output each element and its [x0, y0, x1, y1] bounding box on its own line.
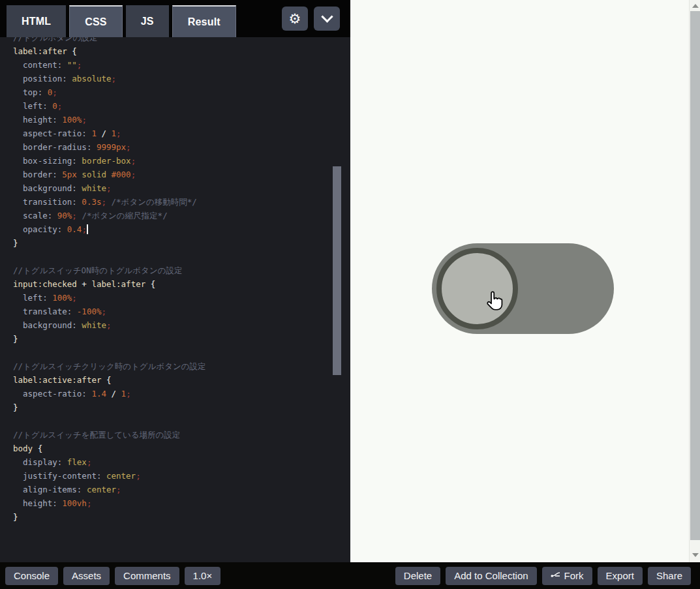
code-line: transition: 0.3s; /*ボタンの移動時間*/	[13, 195, 206, 209]
code-line: input:checked + label:after {	[13, 277, 206, 291]
footer-left-group: ConsoleAssetsComments1.0×	[5, 567, 221, 585]
editor-header: HTMLCSSJSResult ⚙	[0, 0, 350, 37]
code-line: }	[13, 236, 206, 250]
fork-button[interactable]: Fork	[542, 567, 592, 585]
tab-js[interactable]: JS	[126, 5, 169, 37]
code-line: justify-content: center;	[13, 469, 206, 483]
button-label: Console	[14, 570, 50, 581]
code-line: align-items: center;	[13, 483, 206, 496]
button-label: Comments	[123, 570, 171, 581]
tab-result[interactable]: Result	[172, 5, 236, 37]
code-line: translate: -100%;	[13, 305, 206, 318]
code-line: //トグルスイッチON時のトグルボタンの設定	[13, 264, 206, 277]
footer-right-group: DeleteAdd to CollectionForkExportShare	[395, 567, 691, 585]
button-label: Share	[656, 570, 682, 581]
editor-settings-button[interactable]: ⚙	[282, 7, 308, 31]
code-line: border: 5px solid #000;	[13, 168, 206, 181]
code-line: //トグルボタンの設定	[13, 37, 206, 44]
code-line: border-radius: 9999px;	[13, 140, 206, 154]
editor-collapse-button[interactable]	[314, 7, 340, 31]
code-line: }	[13, 510, 206, 524]
chevron-down-icon	[321, 10, 333, 22]
css-code[interactable]: //トグルボタンの設定label:after { content: ""; po…	[13, 37, 206, 524]
button-label: Export	[606, 570, 634, 581]
code-line: height: 100vh;	[13, 496, 206, 510]
code-line	[13, 250, 206, 264]
fork-icon	[551, 571, 560, 580]
gear-icon: ⚙	[289, 12, 301, 25]
button-label: Add to Collection	[454, 570, 528, 581]
result-preview-pane	[350, 0, 700, 562]
1-0--button[interactable]: 1.0×	[185, 567, 221, 585]
code-line: display: flex;	[13, 455, 206, 469]
code-line: //トグルスイッチを配置している場所の設定	[13, 428, 206, 442]
tab-css[interactable]: CSS	[69, 5, 123, 37]
code-line: left: 0;	[13, 99, 206, 113]
code-line: background: white;	[13, 318, 206, 332]
scroll-down-arrow-icon[interactable]	[692, 553, 699, 557]
hand-cursor-icon	[484, 291, 504, 313]
code-line: top: 0;	[13, 85, 206, 99]
code-line: }	[13, 400, 206, 414]
share-button[interactable]: Share	[648, 567, 691, 585]
code-line: background: white;	[13, 181, 206, 195]
code-line: //トグルスイッチクリック時のトグルボタンの設定	[13, 359, 206, 373]
code-line	[13, 414, 206, 428]
code-line: height: 100%;	[13, 113, 206, 127]
assets-button[interactable]: Assets	[63, 567, 110, 585]
footer-bar: ConsoleAssetsComments1.0× DeleteAdd to C…	[0, 562, 700, 589]
code-line: position: absolute;	[13, 72, 206, 85]
editor-scrollbar-thumb[interactable]	[333, 166, 341, 375]
add-to-collection-button[interactable]: Add to Collection	[446, 567, 536, 585]
code-line: label:after {	[13, 44, 206, 58]
result-scrollbar-thumb[interactable]	[690, 11, 700, 540]
button-label: Fork	[564, 570, 584, 581]
css-editor-pane[interactable]: //トグルボタンの設定label:after { content: ""; po…	[0, 37, 350, 562]
toggle-switch[interactable]	[432, 243, 614, 334]
code-line: content: "";	[13, 58, 206, 72]
export-button[interactable]: Export	[598, 567, 643, 585]
comments-button[interactable]: Comments	[115, 567, 179, 585]
text-caret	[87, 224, 88, 234]
code-line: left: 100%;	[13, 291, 206, 305]
code-line: aspect-ratio: 1 / 1;	[13, 127, 206, 140]
console-button[interactable]: Console	[5, 567, 58, 585]
button-label: Delete	[404, 570, 432, 581]
code-line: aspect-ratio: 1.4 / 1;	[13, 387, 206, 400]
code-line: opacity: 0.4;	[13, 222, 206, 236]
delete-button[interactable]: Delete	[395, 567, 440, 585]
code-line: box-sizing: border-box;	[13, 154, 206, 168]
code-line: scale: 90%; /*ボタンの縮尺指定*/	[13, 209, 206, 222]
code-line: label:active:after {	[13, 373, 206, 387]
toggle-knob[interactable]	[436, 248, 518, 329]
editor-tab-bar: HTMLCSSJSResult	[7, 5, 236, 37]
tab-html[interactable]: HTML	[7, 5, 66, 37]
scroll-up-arrow-icon[interactable]	[692, 4, 699, 8]
code-line	[13, 346, 206, 359]
code-line: body {	[13, 442, 206, 455]
button-label: Assets	[72, 570, 101, 581]
button-label: 1.0×	[193, 570, 213, 581]
result-scrollbar[interactable]	[689, 0, 700, 562]
header-actions: ⚙	[282, 7, 340, 31]
codepen-editor-app: HTMLCSSJSResult ⚙ //トグルボタンの設定label:after…	[0, 0, 700, 589]
code-line: }	[13, 332, 206, 346]
